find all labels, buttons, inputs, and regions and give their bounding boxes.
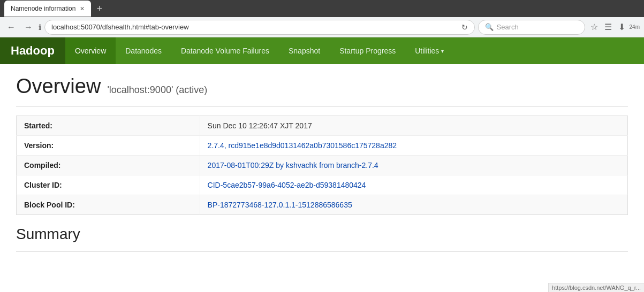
reload-button[interactable]: ↻ [461,23,468,32]
readinglist-icon[interactable]: ☰ [602,20,614,34]
nav-item-datanode-volume-failures[interactable]: Datanode Volume Failures [171,37,279,64]
block-pool-id-label: Block Pool ID: [17,195,200,215]
compiled-value[interactable]: 2017-08-01T00:29Z by kshvachk from branc… [200,156,627,175]
cluster-id-label: Cluster ID: [17,175,200,195]
address-box[interactable]: localhost:50070/dfshealth.html#tab-overv… [44,20,475,35]
info-icon: ℹ [39,23,41,32]
started-value: Sun Dec 10 12:26:47 XJT 2017 [200,116,627,136]
time-badge: 24m [630,24,640,30]
main-content: Overview 'localhost:9000' (active) Start… [0,64,644,271]
nav-item-overview[interactable]: Overview [65,37,116,64]
summary-divider [16,251,628,252]
nav-items: Overview Datanodes Datanode Volume Failu… [65,37,453,64]
pocket-icon[interactable]: ⬇ [616,20,627,34]
nav-item-snapshot[interactable]: Snapshot [279,37,330,64]
started-label: Started: [17,116,200,136]
table-row: Compiled: 2017-08-01T00:29Z by kshvachk … [17,156,628,175]
active-tab[interactable]: Namenode information ✕ [4,1,91,17]
bookmark-icon[interactable]: ☆ [588,20,600,34]
table-row: Block Pool ID: BP-1872773468-127.0.1.1-1… [17,195,628,215]
toolbar-icons: ☆ ☰ ⬇ 24m [588,20,640,34]
back-button[interactable]: ← [4,21,18,33]
search-box[interactable]: 🔍 Search [478,20,585,35]
page-title: Overview 'localhost:9000' (active) [16,75,628,98]
hadoop-nav: Hadoop Overview Datanodes Datanode Volum… [0,37,644,64]
nav-item-datanodes[interactable]: Datanodes [116,37,171,64]
search-icon: 🔍 [485,23,494,31]
address-text: localhost:50070/dfshealth.html#tab-overv… [51,23,458,31]
block-pool-id-value[interactable]: BP-1872773468-127.0.1.1-1512886586635 [200,195,627,215]
page-subtitle: 'localhost:9000' (active) [107,84,207,96]
table-row: Started: Sun Dec 10 12:26:47 XJT 2017 [17,116,628,136]
table-row: Version: 2.7.4, rcd915e1e8d9d0131462a0b7… [17,136,628,156]
tab-bar: Namenode information ✕ + [0,0,644,17]
utilities-dropdown-arrow: ▾ [441,48,444,54]
tab-title: Namenode information [11,5,75,12]
version-label: Version: [17,136,200,156]
version-value[interactable]: 2.7.4, rcd915e1e8d9d0131462a0b7301586c17… [200,136,627,156]
summary-title: Summary [16,226,628,243]
cluster-id-value[interactable]: CID-5cae2b57-99a6-4052-ae2b-d59381480424 [200,175,627,195]
address-bar-row: ← → ℹ localhost:50070/dfshealth.html#tab… [0,17,644,37]
info-table: Started: Sun Dec 10 12:26:47 XJT 2017 Ve… [16,116,628,215]
info-table-body: Started: Sun Dec 10 12:26:47 XJT 2017 Ve… [17,116,628,215]
new-tab-button[interactable]: + [93,3,105,14]
hadoop-logo: Hadoop [0,37,65,64]
forward-button[interactable]: → [21,21,35,33]
nav-item-utilities[interactable]: Utilities ▾ [405,37,453,64]
title-divider [16,106,628,107]
table-row: Cluster ID: CID-5cae2b57-99a6-4052-ae2b-… [17,175,628,195]
compiled-label: Compiled: [17,156,200,175]
search-placeholder: Search [497,23,519,31]
tab-close-button[interactable]: ✕ [80,5,85,12]
nav-item-startup-progress[interactable]: Startup Progress [330,37,405,64]
browser-chrome: Namenode information ✕ + ← → ℹ localhost… [0,0,644,37]
